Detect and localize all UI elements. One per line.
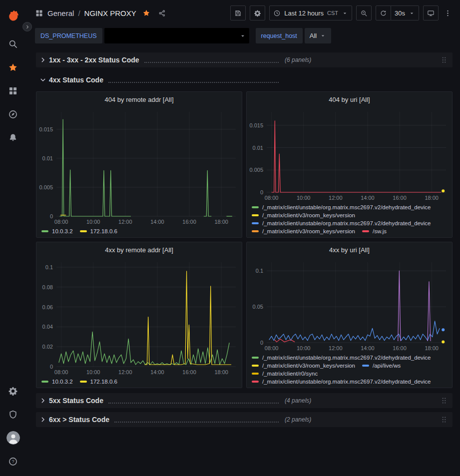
- svg-text:08:00: 08:00: [54, 369, 68, 375]
- row-left: 5xx Status Code: [38, 396, 284, 406]
- dashboard-panel: 4xx by uri [All] 08:0010:0012:0014:0016:…: [246, 242, 453, 388]
- svg-text:16:00: 16:00: [182, 369, 196, 375]
- kebab-menu-icon: [444, 9, 452, 17]
- svg-text:16:00: 16:00: [393, 195, 407, 201]
- angle-right-icon: [38, 415, 48, 425]
- share-button[interactable]: [156, 7, 168, 19]
- variable-value-ds-prometheus[interactable]: [104, 28, 249, 43]
- legend-item[interactable]: /_matrix/client/v3/room_keys/version: [252, 212, 355, 218]
- row-title[interactable]: 4xx Status Code: [49, 76, 103, 84]
- save-icon: [234, 9, 242, 17]
- legend-item[interactable]: /_matrix/client/unstable/org.matrix.msc2…: [252, 355, 431, 361]
- legend-swatch: [252, 230, 259, 232]
- legend-swatch: [252, 365, 259, 367]
- svg-text:0.08: 0.08: [42, 284, 53, 290]
- compass-icon: [8, 109, 18, 119]
- drag-handle-icon[interactable]: [440, 396, 449, 405]
- svg-text:08:00: 08:00: [265, 195, 279, 201]
- row-5xx[interactable]: 5xx Status Code (4 panels): [36, 393, 453, 408]
- sidebar-nav: [0, 32, 26, 149]
- panel-header[interactable]: 404 by uri [All]: [247, 92, 452, 107]
- legend-item[interactable]: 10.0.3.2: [41, 228, 73, 234]
- time-range-label: Last 12 hours: [284, 9, 324, 17]
- dashboard-panel: 404 by uri [All] 08:0010:0012:0014:0016:…: [246, 91, 453, 238]
- panel-header[interactable]: 4xx by uri [All]: [247, 242, 452, 257]
- sidebar-item-dashboards[interactable]: [0, 79, 26, 102]
- sidebar-item-explore[interactable]: [0, 102, 26, 126]
- zoom-out-button[interactable]: [356, 5, 372, 20]
- svg-text:14:00: 14:00: [150, 219, 164, 225]
- legend-item[interactable]: 172.18.0.6: [80, 228, 117, 234]
- sidebar-item-starred[interactable]: [0, 55, 26, 79]
- row-dotted-leader: [114, 422, 279, 423]
- chevron-down-icon: [409, 10, 415, 16]
- legend-swatch: [252, 206, 259, 208]
- svg-text:0: 0: [50, 364, 53, 370]
- angle-down-icon: [38, 75, 48, 85]
- drag-handle-icon[interactable]: [440, 415, 449, 424]
- svg-text:0: 0: [260, 189, 263, 195]
- sidebar-item-configuration[interactable]: [0, 379, 26, 403]
- refresh-button[interactable]: [376, 5, 391, 20]
- dashboard-settings-button[interactable]: [250, 5, 265, 20]
- sidebar-item-server-admin[interactable]: [0, 403, 26, 426]
- breadcrumb: General / NGINX PROXY: [35, 7, 168, 19]
- panel-chart[interactable]: 08:0010:0012:0014:0016:0018:0000.020.040…: [36, 257, 242, 377]
- legend-item[interactable]: /api/live/ws: [362, 363, 401, 369]
- question-circle-icon: [8, 457, 18, 467]
- panel-chart[interactable]: 08:0010:0012:0014:0016:0018:0000.050.1: [247, 257, 452, 353]
- legend-item[interactable]: 10.0.3.2: [41, 379, 73, 385]
- legend-item[interactable]: /_matrix/client/v3/room_keys/version: [252, 228, 355, 234]
- legend-item[interactable]: 172.18.0.6: [80, 379, 117, 385]
- sidebar-item-search[interactable]: [0, 32, 26, 55]
- time-range-picker[interactable]: Last 12 hours CST: [269, 5, 352, 20]
- panel-chart[interactable]: 08:0010:0012:0014:0016:0018:0000.0050.01…: [36, 107, 242, 226]
- breadcrumb-folder[interactable]: General: [47, 9, 74, 17]
- legend-item[interactable]: /_matrix/client/unstable/org.matrix.msc2…: [252, 379, 431, 385]
- sidebar-item-profile[interactable]: [0, 426, 26, 450]
- svg-text:12:00: 12:00: [329, 345, 343, 351]
- refresh-interval-dropdown[interactable]: 30s: [391, 5, 419, 20]
- favorite-star-button[interactable]: [140, 7, 152, 19]
- svg-text:18:00: 18:00: [425, 345, 439, 351]
- sidebar-item-help[interactable]: [0, 450, 26, 473]
- svg-text:18:00: 18:00: [425, 195, 439, 201]
- panel-header[interactable]: 404 by remote addr [All]: [36, 92, 242, 107]
- more-options-button[interactable]: [443, 5, 453, 20]
- refresh-interval-label: 30s: [395, 9, 405, 17]
- sidebar-expand-button[interactable]: [22, 22, 32, 31]
- row-title[interactable]: 1xx - 3xx - 2xx Status Code: [49, 56, 139, 64]
- row-panel-count: (6 panels): [285, 56, 311, 63]
- drag-handle-icon[interactable]: [440, 55, 449, 64]
- row-title[interactable]: 6xx > Status Code: [49, 416, 109, 424]
- row-6xx[interactable]: 6xx > Status Code (2 panels): [36, 412, 453, 427]
- svg-text:0.005: 0.005: [249, 167, 263, 173]
- row-left: 1xx - 3xx - 2xx Status Code: [38, 55, 284, 65]
- legend-label: 172.18.0.6: [90, 228, 117, 234]
- panel-title: 404 by remote addr [All]: [104, 96, 173, 103]
- bell-icon: [8, 133, 18, 143]
- row-1xx-3xx-2xx[interactable]: 1xx - 3xx - 2xx Status Code (6 panels): [36, 52, 453, 67]
- save-dashboard-button[interactable]: [230, 5, 246, 20]
- variable-label-request-host[interactable]: request_host: [256, 28, 303, 43]
- panel-chart[interactable]: 08:0010:0012:0014:0016:0018:0000.0050.01…: [247, 107, 452, 202]
- variable-label-ds-prometheus[interactable]: DS_PROMETHEUS: [35, 28, 102, 43]
- variable-value-request-host[interactable]: All: [305, 28, 331, 43]
- legend-item[interactable]: /_matrix/client/v3/room_keys/version: [252, 363, 355, 369]
- svg-text:14:00: 14:00: [361, 195, 375, 201]
- legend-item[interactable]: /_matrix/client/unstable/org.matrix.msc2…: [252, 220, 431, 226]
- legend-item[interactable]: /_matrix/client/r0/sync: [252, 371, 318, 377]
- sidebar-item-alerting[interactable]: [0, 126, 26, 149]
- legend-item[interactable]: /_matrix/client/unstable/org.matrix.msc2…: [252, 204, 431, 210]
- grafana-logo[interactable]: [0, 5, 26, 25]
- panel-legend: 10.0.3.2172.18.0.6: [36, 226, 242, 237]
- row-title[interactable]: 5xx Status Code: [49, 397, 103, 405]
- search-icon: [8, 39, 18, 49]
- tv-mode-button[interactable]: [423, 5, 439, 20]
- panel-header[interactable]: 4xx by remote addr [All]: [36, 242, 242, 257]
- zoom-out-icon: [360, 9, 368, 17]
- dashboard-title[interactable]: NGINX PROXY: [84, 9, 136, 17]
- legend-item[interactable]: /sw.js: [362, 228, 387, 234]
- variable-ds-prometheus: DS_PROMETHEUS: [35, 28, 249, 43]
- row-4xx[interactable]: 4xx Status Code: [36, 72, 453, 87]
